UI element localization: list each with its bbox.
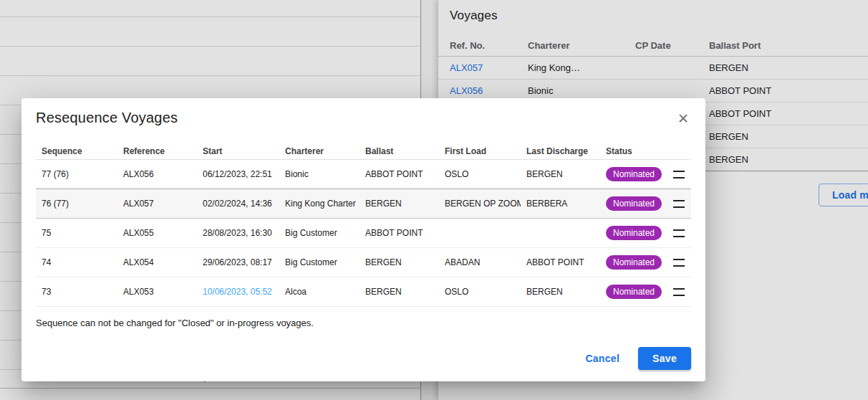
voyage-charterer-cell: Bionic xyxy=(279,169,360,179)
voyage-start-cell: 02/02/2024, 14:36 xyxy=(197,199,279,209)
resequence-column-header: Ballast xyxy=(360,146,439,156)
voyage-last-discharge-cell: BERGEN xyxy=(521,287,600,297)
status-badge: Nominated xyxy=(606,255,662,270)
resequence-table-row[interactable]: 75ALX05528/08/2023, 16:30Big CustomerABB… xyxy=(36,219,691,248)
resequence-column-header: Start xyxy=(197,146,279,156)
voyage-handle-cell xyxy=(666,200,691,208)
voyage-handle-cell xyxy=(666,229,691,237)
page: 109,571 MT 9319686 Voyages Ref. No.Chart… xyxy=(0,0,868,400)
voyage-first-load-cell: OSLO xyxy=(439,287,521,297)
drag-handle-icon[interactable] xyxy=(673,200,685,208)
resequence-column-header: First Load xyxy=(439,146,521,156)
voyage-reference-cell: ALX056 xyxy=(117,169,197,179)
cancel-button[interactable]: Cancel xyxy=(574,347,631,370)
voyage-start-cell: 28/08/2023, 16:30 xyxy=(197,228,279,238)
voyage-ballast-cell: BERGEN xyxy=(360,287,439,297)
voyage-charterer-cell: Alcoa xyxy=(279,287,360,297)
voyage-start-cell: 29/06/2023, 08:17 xyxy=(197,257,279,267)
resequence-column-header: Reference xyxy=(117,146,197,156)
voyage-status-cell: Nominated xyxy=(600,167,666,181)
voyage-ballast-cell: ABBOT POINT xyxy=(360,228,439,238)
voyage-status-cell: Nominated xyxy=(600,196,666,211)
voyage-handle-cell xyxy=(666,171,691,178)
voyage-reference-cell: ALX053 xyxy=(117,287,197,297)
close-icon[interactable]: ✕ xyxy=(674,110,693,128)
status-badge: Nominated xyxy=(606,167,662,181)
drag-handle-icon[interactable] xyxy=(673,288,685,296)
voyage-handle-cell xyxy=(666,259,691,267)
voyage-handle-cell xyxy=(666,288,691,296)
voyage-reference-cell: ALX055 xyxy=(117,228,197,238)
resequence-column-header: Sequence xyxy=(36,146,117,156)
voyage-start-cell: 06/12/2023, 22:51 xyxy=(197,169,279,179)
dialog-actions: Cancel Save xyxy=(36,347,691,370)
save-button[interactable]: Save xyxy=(638,347,691,370)
dialog-title: Resequence Voyages xyxy=(36,110,691,126)
resequence-column-header: Last Discharge xyxy=(521,146,600,156)
voyage-first-load-cell: ABADAN xyxy=(439,257,521,267)
status-badge: Nominated xyxy=(606,226,662,240)
voyage-ballast-cell: ABBOT POINT xyxy=(360,169,439,179)
resequence-column-header: Charterer xyxy=(279,146,360,156)
resequence-column-header: Status xyxy=(600,146,666,156)
status-badge: Nominated xyxy=(606,285,662,299)
drag-handle-icon[interactable] xyxy=(673,259,685,267)
voyage-last-discharge-cell: ABBOT POINT xyxy=(521,257,600,267)
voyage-reference-cell: ALX054 xyxy=(117,257,197,267)
resequence-table-header: SequenceReferenceStartChartererBallastFi… xyxy=(36,143,691,160)
voyage-charterer-cell: Big Customer xyxy=(279,228,360,238)
resequence-table: SequenceReferenceStartChartererBallastFi… xyxy=(36,143,691,307)
resequence-table-row[interactable]: 73ALX05310/06/2023, 05:52AlcoaBERGENOSLO… xyxy=(36,277,691,307)
drag-handle-icon[interactable] xyxy=(673,171,685,178)
status-badge: Nominated xyxy=(606,196,662,211)
voyage-sequence-cell: 76 (77) xyxy=(36,199,117,209)
voyage-sequence-cell: 77 (76) xyxy=(36,169,117,179)
voyage-first-load-cell: OSLO xyxy=(439,169,521,179)
voyage-status-cell: Nominated xyxy=(600,255,666,270)
voyage-status-cell: Nominated xyxy=(600,226,666,240)
drag-handle-icon[interactable] xyxy=(673,229,685,237)
sequence-note: Sequence can not be changed for "Closed"… xyxy=(36,318,691,328)
resequence-table-row[interactable]: 76 (77)ALX05702/02/2024, 14:36King Kong … xyxy=(36,189,691,219)
voyage-sequence-cell: 74 xyxy=(36,257,117,267)
resequence-table-row[interactable]: 77 (76)ALX05606/12/2023, 22:51BionicABBO… xyxy=(36,160,691,189)
voyage-start-cell[interactable]: 10/06/2023, 05:52 xyxy=(197,287,279,297)
voyage-ballast-cell: BERGEN xyxy=(360,257,439,267)
resequence-table-row[interactable]: 74ALX05429/06/2023, 08:17Big CustomerBER… xyxy=(36,248,691,277)
voyage-ballast-cell: BERGEN xyxy=(360,199,439,209)
voyage-sequence-cell: 75 xyxy=(36,228,117,238)
voyage-last-discharge-cell: BERGEN xyxy=(521,169,600,179)
voyage-last-discharge-cell: BERBERA xyxy=(521,199,600,209)
voyage-charterer-cell: King Kong Charter xyxy=(279,199,360,209)
voyage-charterer-cell: Big Customer xyxy=(279,257,360,267)
voyage-first-load-cell: BERGEN OP ZOOM xyxy=(439,199,521,209)
resequence-voyages-dialog: Resequence Voyages ✕ SequenceReferenceSt… xyxy=(21,98,705,381)
voyage-status-cell: Nominated xyxy=(600,285,666,299)
voyage-reference-cell: ALX057 xyxy=(117,199,197,209)
voyage-sequence-cell: 73 xyxy=(36,287,117,297)
